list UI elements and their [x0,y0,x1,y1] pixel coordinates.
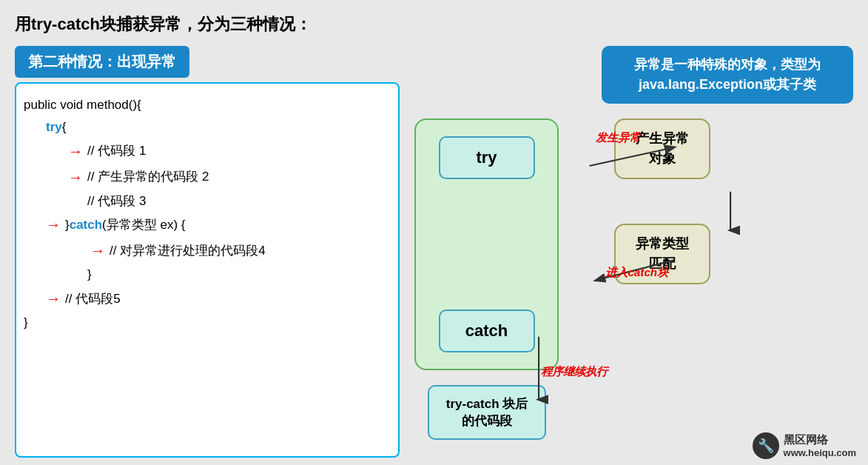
watermark-icon: 🔧 [753,432,779,459]
code-line-7: → // 对异常进行处理的代码段4 [90,238,385,264]
info-line1: 异常是一种特殊的对象，类型为 [634,57,821,72]
after-box: try-catch 块后 的代码段 [428,385,546,440]
arrow-icon-5: → [46,286,61,312]
code-rest-6: (异常类型 ex) { [102,214,185,236]
code-line-10: } [24,312,385,334]
watermark-site: 黑区网络 [784,433,856,447]
watermark-text: 黑区网络 www.heiqu.com [784,433,856,458]
catch-box: catch [439,310,535,352]
after-block: try-catch 块后 的代码段 [428,378,546,440]
exc-boxes: 产生异常 对象 异常类型 匹配 [614,118,710,284]
watermark-url: www.heiqu.com [784,447,856,458]
code-text: public void method(){ [24,94,141,116]
arrow-icon-2: → [68,164,83,190]
code-text-8: } [87,264,92,286]
code-line-3: → // 代码段 1 [68,138,385,164]
code-text-7: // 对异常进行处理的代码段4 [110,240,266,262]
code-line-1: public void method(){ [24,94,385,116]
arrow-icon-3: → [46,212,61,238]
code-line-9: → // 代码段5 [46,286,385,312]
code-line-6: → } catch (异常类型 ex) { [46,212,385,238]
code-line-2: try { [46,116,385,138]
arrow-icon-4: → [90,238,105,264]
code-text-4: // 产生异常的代码段 2 [87,166,209,188]
watermark: 🔧 黑区网络 www.heiqu.com [753,432,856,459]
try-box: try [439,136,535,179]
exc-box-1: 产生异常 对象 [614,118,710,179]
code-text-10: } [24,312,28,334]
right-panel: 异常是一种特殊的对象，类型为 java.lang.Exception或其子类 t… [414,46,853,458]
content-area: 第二种情况：出现异常 public void method(){ try { →… [15,46,853,458]
exc-box-2: 异常类型 匹配 [614,224,710,284]
code-line-4: → // 产生异常的代码段 2 [68,164,385,190]
info-line2: java.lang.Exception或其子类 [639,77,816,92]
info-box: 异常是一种特殊的对象，类型为 java.lang.Exception或其子类 [602,46,853,104]
flow-diagram: try catch try-catch 块后 的代码段 [414,111,853,458]
code-rest: { [62,116,67,138]
case-label: 第二种情况：出现异常 [15,46,189,78]
code-text-3: // 代码段 1 [87,140,146,162]
code-line-8: } [68,264,385,286]
code-text-5: // 代码段 3 [87,190,146,213]
code-box: public void method(){ try { → // 代码段 1 →… [15,82,400,458]
page-title: 用try-catch块捕获异常，分为三种情况： [15,13,853,36]
kw-try: try [46,116,62,138]
green-container: try catch [414,118,559,370]
kw-catch: catch [70,214,102,236]
left-panel: 第二种情况：出现异常 public void method(){ try { →… [15,46,400,458]
main-container: 用try-catch块捕获异常，分为三种情况： 第二种情况：出现异常 publi… [0,0,868,465]
code-text-9: // 代码段5 [65,288,121,310]
code-line-5: // 代码段 3 [68,190,385,213]
arrow-icon-1: → [68,138,83,164]
